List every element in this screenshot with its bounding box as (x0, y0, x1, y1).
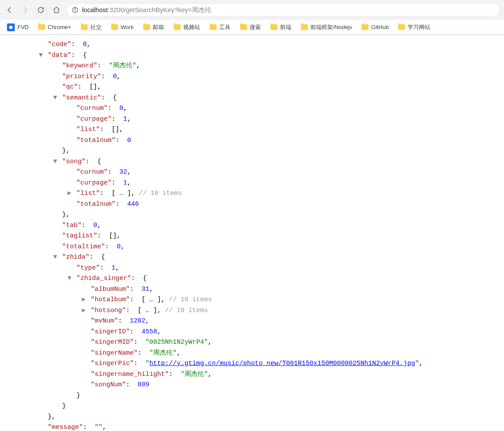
toolbar: localhost:3200/getSearchByKey?key=周杰伦 (0, 0, 504, 20)
json-row: "tab": 0, (17, 220, 504, 231)
folder-icon (240, 24, 247, 30)
toggle-right-icon[interactable]: ▶ (81, 295, 86, 306)
bookmark-学习网站[interactable]: 学习网站 (395, 22, 434, 33)
json-row: "priority": 0, (17, 72, 504, 82)
json-row: "totalnum": 446 (17, 199, 504, 210)
bookmark-邮箱[interactable]: 邮箱 (140, 22, 168, 33)
bookmark-label: 邮箱 (153, 23, 164, 31)
bookmark-视频站[interactable]: 视频站 (170, 22, 204, 33)
json-row: ▶"hotalbum": [ … ], // 10 items (17, 295, 504, 306)
bookmark-搜索[interactable]: 搜索 (237, 22, 264, 33)
json-row: "list": [], (17, 125, 504, 135)
json-row: "curnum": 32, (17, 167, 504, 178)
bookmark-label: 前端框架/Nodejs (310, 23, 352, 31)
toggle-down-icon[interactable]: ▼ (53, 252, 58, 263)
json-row: }, (17, 412, 504, 423)
bookmark-label: 工具 (219, 23, 231, 31)
json-row: "singerName": "周杰伦", (17, 348, 504, 359)
bookmark-fvd[interactable]: FVD (3, 22, 32, 33)
fvd-icon (7, 23, 15, 31)
json-row: "mvNum": 1282, (17, 316, 504, 327)
bookmarks-bar: FVDChrome+社交Work邮箱视频站工具搜索前端前端框架/NodejsGi… (0, 20, 504, 35)
json-row: }, (17, 146, 504, 157)
json-row: "curpage": 1, (17, 114, 504, 125)
toggle-down-icon[interactable]: ▼ (53, 93, 58, 104)
back-button[interactable] (3, 4, 16, 16)
reload-button[interactable] (35, 4, 47, 16)
toggle-down-icon[interactable]: ▼ (53, 157, 58, 168)
json-row: ▶"list": [ … ], // 10 items (17, 188, 504, 199)
folder-icon (398, 24, 405, 30)
folder-icon (111, 24, 118, 30)
json-row: "singerMID": "0025Nh1N2yWrP4", (17, 337, 504, 348)
json-row: ▼"song": { (17, 157, 504, 168)
bookmark-label: Work (121, 24, 134, 30)
bookmark-label: 学习网站 (408, 23, 430, 31)
json-row: "albumNum": 31, (17, 284, 504, 295)
site-info-icon[interactable] (72, 7, 79, 13)
folder-icon (362, 24, 369, 30)
bookmark-label: 搜索 (250, 23, 261, 31)
toggle-right-icon[interactable]: ▶ (81, 306, 86, 316)
json-viewer: "code": 0, ▼"data": { "keyword": "周杰伦", … (0, 35, 504, 431)
json-row: "code": 0, (17, 39, 504, 50)
folder-icon (38, 24, 45, 30)
json-row: } (17, 401, 504, 412)
folder-icon (301, 24, 308, 30)
json-row: "taglist": [], (17, 231, 504, 242)
json-row: "keyword": "周杰伦", (17, 61, 504, 72)
bookmark-label: 社交 (90, 23, 102, 31)
json-row: ▼"data": { (17, 50, 504, 61)
toggle-down-icon[interactable]: ▼ (67, 273, 72, 284)
url-text: localhost:3200/getSearchByKey?key=周杰伦 (82, 6, 211, 14)
bookmark-label: Chrome+ (48, 24, 71, 30)
bookmark-chrome+[interactable]: Chrome+ (35, 22, 75, 32)
folder-icon (210, 24, 217, 30)
json-row: "qc": [], (17, 82, 504, 93)
json-row: ▶"hotsong": [ … ], // 10 items (17, 306, 504, 316)
json-row: "singerPic": "http://y.gtimg.cn/music/ph… (17, 359, 504, 369)
json-row: "curnum": 0, (17, 103, 504, 114)
bookmark-社交[interactable]: 社交 (77, 22, 105, 33)
json-row: "totalnum": 0 (17, 135, 504, 146)
address-bar[interactable]: localhost:3200/getSearchByKey?key=周杰伦 (66, 3, 501, 17)
bookmark-label: FVD (17, 24, 29, 30)
bookmark-label: 前端 (280, 23, 291, 31)
bookmark-前端框架/nodejs[interactable]: 前端框架/Nodejs (297, 22, 356, 33)
folder-icon (81, 24, 88, 30)
json-row: "curpage": 1, (17, 178, 504, 189)
bookmark-work[interactable]: Work (108, 22, 137, 32)
folder-icon (270, 24, 277, 30)
home-button[interactable] (50, 4, 63, 16)
bookmark-label: GitHub (371, 24, 389, 30)
toggle-right-icon[interactable]: ▶ (67, 188, 72, 199)
svg-point-2 (75, 8, 75, 9)
json-row: "type": 1, (17, 263, 504, 274)
forward-button[interactable] (19, 4, 31, 16)
json-row: "songNum": 809 (17, 380, 504, 391)
json-row: "message": "", (17, 422, 504, 431)
json-row: } (17, 391, 504, 401)
singer-pic-link[interactable]: http://y.gtimg.cn/music/photo_new/T001R1… (149, 360, 415, 367)
bookmark-前端[interactable]: 前端 (267, 22, 295, 33)
browser-chrome: localhost:3200/getSearchByKey?key=周杰伦 FV… (0, 0, 504, 35)
bookmark-label: 视频站 (183, 23, 200, 31)
json-row: ▼"zhida_singer": { (17, 273, 504, 284)
bookmark-工具[interactable]: 工具 (206, 22, 234, 33)
toggle-down-icon[interactable]: ▼ (38, 50, 43, 61)
json-row: ▼"zhida": { (17, 252, 504, 263)
json-row: "totaltime": 0, (17, 242, 504, 253)
json-row: }, (17, 210, 504, 220)
folder-icon (143, 24, 150, 30)
bookmark-github[interactable]: GitHub (358, 22, 392, 32)
json-row: "singername_hilight": "周杰伦", (17, 369, 504, 380)
json-row: "singerID": 4558, (17, 327, 504, 338)
folder-icon (174, 24, 181, 30)
json-row: ▼"semantic": { (17, 93, 504, 104)
